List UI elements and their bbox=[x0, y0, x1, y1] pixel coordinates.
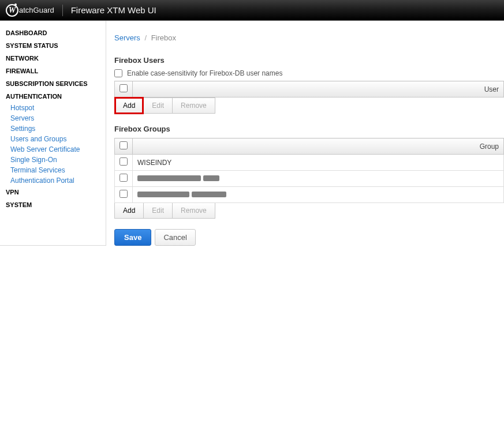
add-user-button[interactable]: Add bbox=[116, 99, 142, 112]
remove-group-button[interactable]: Remove bbox=[173, 203, 215, 218]
users-table: User bbox=[114, 81, 504, 97]
groups-table: Group WISEINDY bbox=[114, 138, 504, 203]
sidebar-link-terminal-services[interactable]: Terminal Services bbox=[10, 165, 106, 175]
users-header-checkbox-cell bbox=[115, 81, 133, 97]
cancel-button[interactable]: Cancel bbox=[155, 229, 195, 246]
group-name-cell: WISEINDY bbox=[133, 155, 504, 171]
row-checkbox-cell bbox=[115, 171, 133, 187]
add-group-button[interactable]: Add bbox=[115, 203, 144, 218]
row-checkbox-cell bbox=[115, 155, 133, 171]
table-row bbox=[115, 171, 504, 187]
app-title: Fireware XTM Web UI bbox=[71, 5, 156, 15]
groups-column-header: Group bbox=[133, 138, 504, 155]
main-content: Servers / Firebox Firebox Users Enable c… bbox=[106, 21, 504, 246]
breadcrumb-servers[interactable]: Servers bbox=[114, 33, 140, 42]
save-button[interactable]: Save bbox=[114, 229, 151, 246]
sidebar-item-authentication[interactable]: AUTHENTICATION bbox=[0, 90, 106, 103]
sidebar-item-firewall[interactable]: FIREWALL bbox=[0, 65, 106, 77]
logo-icon: W bbox=[6, 4, 18, 17]
sidebar-link-authentication-portal[interactable]: Authentication Portal bbox=[10, 175, 106, 186]
redacted-text bbox=[137, 175, 201, 181]
sidebar-link-users-and-groups[interactable]: Users and Groups bbox=[10, 134, 106, 144]
case-sensitivity-label: Enable case-sensitivity for Firebox-DB u… bbox=[127, 69, 282, 77]
add-user-highlight: Add bbox=[114, 97, 144, 114]
remove-user-button[interactable]: Remove bbox=[173, 98, 215, 113]
table-row bbox=[115, 187, 504, 203]
sidebar-link-single-sign-on[interactable]: Single Sign-On bbox=[10, 155, 106, 165]
users-column-header: User bbox=[133, 81, 504, 97]
sidebar-link-servers[interactable]: Servers bbox=[10, 113, 106, 123]
sidebar-item-system[interactable]: SYSTEM bbox=[0, 198, 106, 211]
redacted-text bbox=[192, 192, 226, 197]
users-select-all-checkbox[interactable] bbox=[120, 84, 128, 92]
firebox-groups-title: Firebox Groups bbox=[114, 125, 504, 133]
breadcrumb-current: Firebox bbox=[151, 33, 176, 42]
sidebar-item-subscription-services[interactable]: SUBSCRIPTION SERVICES bbox=[0, 77, 106, 90]
redacted-text bbox=[203, 175, 219, 181]
group-row-checkbox[interactable] bbox=[120, 190, 128, 198]
sidebar-link-web-server-certificate[interactable]: Web Server Certificate bbox=[10, 144, 106, 155]
group-name-cell bbox=[133, 187, 504, 203]
groups-select-all-checkbox[interactable] bbox=[120, 141, 128, 149]
breadcrumb: Servers / Firebox bbox=[114, 33, 504, 42]
group-row-checkbox[interactable] bbox=[120, 174, 128, 182]
edit-user-button[interactable]: Edit bbox=[144, 98, 173, 113]
case-sensitivity-row: Enable case-sensitivity for Firebox-DB u… bbox=[114, 69, 504, 77]
authentication-submenu: Hotspot Servers Settings Users and Group… bbox=[0, 103, 106, 186]
group-row-checkbox[interactable] bbox=[120, 157, 128, 166]
redacted-text bbox=[137, 192, 189, 197]
brand-text: atchGuard bbox=[19, 6, 54, 14]
sidebar-link-hotspot[interactable]: Hotspot bbox=[10, 103, 106, 113]
groups-header-checkbox-cell bbox=[115, 138, 133, 155]
sidebar-link-settings[interactable]: Settings bbox=[10, 123, 106, 134]
group-name-cell bbox=[133, 171, 504, 187]
firebox-users-title: Firebox Users bbox=[114, 56, 504, 65]
edit-group-button[interactable]: Edit bbox=[144, 203, 173, 218]
case-sensitivity-checkbox[interactable] bbox=[114, 69, 122, 77]
sidebar-item-network[interactable]: NETWORK bbox=[0, 52, 106, 65]
sidebar-item-system-status[interactable]: SYSTEM STATUS bbox=[0, 39, 106, 52]
row-checkbox-cell bbox=[115, 187, 133, 203]
sidebar-item-dashboard[interactable]: DASHBOARD bbox=[0, 27, 106, 39]
sidebar-item-vpn[interactable]: VPN bbox=[0, 186, 106, 198]
app-header: W atchGuard Fireware XTM Web UI bbox=[0, 0, 504, 21]
brand-logo: W atchGuard bbox=[6, 4, 54, 17]
table-row: WISEINDY bbox=[115, 155, 504, 171]
sidebar: DASHBOARD SYSTEM STATUS NETWORK FIREWALL… bbox=[0, 21, 106, 246]
header-divider bbox=[62, 5, 63, 16]
breadcrumb-separator: / bbox=[144, 33, 147, 42]
